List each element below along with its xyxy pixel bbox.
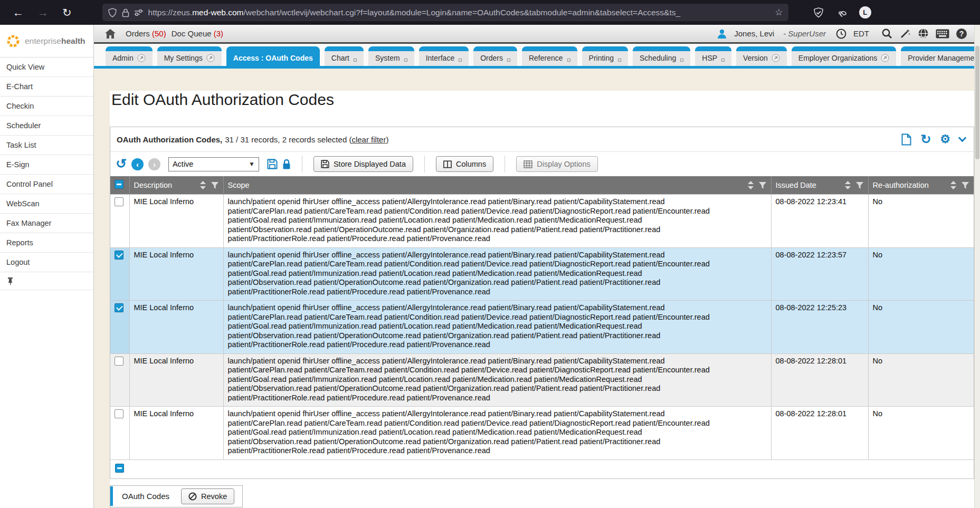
tab-employer-organizations[interactable]: Employer Organizations	[792, 46, 896, 66]
tab-reference[interactable]: Reference	[522, 46, 577, 66]
scrollbar-thumb[interactable]	[975, 46, 979, 159]
url-text[interactable]: https://zeus.med-web.com/webchart/wctlev…	[148, 8, 767, 17]
help-icon[interactable]: ?	[956, 28, 967, 39]
logo-sun-icon	[5, 33, 21, 49]
new-document-icon[interactable]	[901, 133, 911, 146]
scope-cell: launch/patient openid fhirUser offline_a…	[223, 353, 771, 407]
tab-scheduling[interactable]: Scheduling	[633, 46, 690, 66]
browser-forward-icon[interactable]: →	[37, 6, 49, 19]
row-checkbox-cell	[110, 353, 129, 407]
column-header-issued-date[interactable]: Issued Date	[771, 176, 868, 195]
lock-filter-icon[interactable]	[282, 159, 291, 170]
tab-interface[interactable]: Interface	[419, 46, 469, 66]
sidebar: enterprisehealth Quick View E-Chart Chec…	[0, 25, 94, 508]
permissions-icon[interactable]	[134, 9, 144, 16]
tab-my-settings[interactable]: My Settings	[157, 46, 222, 66]
table-row: MIE Local Inferno launch/patient openid …	[110, 301, 974, 354]
save-filter-icon[interactable]	[267, 159, 278, 169]
column-header-re-authorization[interactable]: Re-authorization	[868, 176, 974, 195]
sidebar-item-e-sign[interactable]: E-Sign	[0, 155, 93, 175]
tab-orders[interactable]: Orders	[473, 46, 517, 66]
row-checkbox-cell	[110, 301, 129, 354]
lock-icon[interactable]	[122, 8, 129, 17]
browser-reload-icon[interactable]: ↻	[62, 6, 72, 19]
tab-chart[interactable]: Chart	[325, 46, 364, 66]
filter-funnel-icon[interactable]	[211, 181, 219, 189]
search-icon[interactable]	[881, 28, 892, 39]
filter-funnel-icon[interactable]	[758, 181, 767, 189]
globe-icon[interactable]	[918, 28, 929, 39]
sidebar-item-quick-view[interactable]: Quick View	[0, 57, 93, 77]
tracking-shield-icon[interactable]	[108, 8, 117, 17]
column-header-description[interactable]: Description	[129, 176, 223, 195]
oauth-codes-tab[interactable]: OAuth Codes	[110, 486, 178, 506]
keyboard-icon[interactable]	[936, 29, 949, 39]
column-header-scope[interactable]: Scope	[223, 176, 771, 195]
wrench-icon[interactable]	[836, 7, 848, 18]
row-checkbox[interactable]	[115, 303, 123, 312]
undo-icon[interactable]: ↺	[116, 158, 127, 169]
sort-icon[interactable]	[200, 181, 206, 189]
tab-system[interactable]: System	[368, 46, 414, 66]
user-name[interactable]: Jones, Levi	[734, 29, 774, 38]
sort-icon[interactable]	[748, 181, 754, 189]
sort-icon[interactable]	[845, 181, 851, 189]
sidebar-pin-toggle[interactable]	[0, 272, 93, 290]
row-checkbox[interactable]	[115, 197, 123, 206]
sidebar-item-webscan[interactable]: WebScan	[0, 194, 93, 214]
columns-button[interactable]: Columns	[436, 156, 493, 172]
revoke-button[interactable]: Revoke	[181, 488, 234, 504]
sidebar-item-fax-manager[interactable]: Fax Manager	[0, 214, 93, 233]
browser-back-icon[interactable]: ←	[13, 6, 24, 19]
tab-version[interactable]: Version	[736, 46, 787, 66]
url-bar[interactable]: https://zeus.med-web.com/webchart/wctlev…	[102, 4, 788, 21]
sidebar-item-e-chart[interactable]: E-Chart	[0, 77, 93, 97]
extension-avatar-icon[interactable]: L	[859, 6, 871, 18]
store-displayed-data-button[interactable]: Store Displayed Data	[313, 156, 413, 172]
sidebar-item-reports[interactable]: Reports	[0, 233, 93, 253]
select-all-footer-checkbox[interactable]	[115, 464, 124, 473]
doc-queue-count: (3)	[214, 29, 223, 38]
tab-printing[interactable]: Printing	[582, 46, 628, 66]
tab-admin[interactable]: Admin	[106, 46, 153, 66]
sidebar-item-checkin[interactable]: Checkin	[0, 97, 93, 116]
filter-funnel-icon[interactable]	[961, 181, 969, 189]
filter-select[interactable]: Active▼	[168, 157, 259, 171]
doc-queue-link[interactable]: Doc Queue (3)	[172, 29, 223, 38]
clear-filter-link[interactable]: clear filter	[351, 135, 386, 144]
tab-provider-management[interactable]: Provider Management	[901, 46, 974, 66]
sidebar-item-logout[interactable]: Logout	[0, 253, 93, 272]
tab-access-oauth-codes[interactable]: Access : OAuth Codes	[226, 46, 320, 66]
row-checkbox[interactable]	[115, 357, 123, 366]
bookmark-star-icon[interactable]: ☆	[775, 7, 783, 18]
tab-hsp[interactable]: HSP	[695, 46, 731, 66]
collapse-chevron-icon[interactable]	[958, 134, 967, 142]
sidebar-item-control-panel[interactable]: Control Panel	[0, 175, 93, 194]
select-all-checkbox[interactable]	[115, 180, 123, 189]
logo-text-bold: health	[61, 36, 85, 45]
orders-link[interactable]: Orders (50)	[126, 29, 166, 38]
sidebar-item-task-list[interactable]: Task List	[0, 136, 93, 155]
sidebar-item-scheduler[interactable]: Scheduler	[0, 116, 93, 136]
scope-cell: launch/patient openid fhirUser offline_a…	[223, 301, 771, 354]
popout-icon	[721, 59, 725, 62]
filter-funnel-icon[interactable]	[855, 181, 864, 189]
extension-shield-check-icon[interactable]	[813, 7, 824, 18]
popout-icon	[680, 59, 683, 62]
next-page-icon[interactable]: ›	[148, 158, 160, 170]
vertical-scrollbar[interactable]	[974, 25, 980, 508]
pushpin-icon	[7, 277, 14, 285]
home-icon[interactable]	[104, 28, 116, 39]
orders-count: (50)	[152, 29, 166, 38]
row-checkbox[interactable]	[115, 409, 123, 418]
sort-icon[interactable]	[950, 181, 956, 189]
user-role: - SuperUser	[783, 29, 826, 38]
gear-icon[interactable]: ⚙	[940, 132, 950, 146]
clock-icon	[836, 28, 846, 39]
refresh-icon[interactable]: ↻	[920, 132, 931, 147]
display-options-button[interactable]: Display Options	[516, 156, 598, 172]
prev-page-icon[interactable]: ‹	[131, 158, 144, 170]
magic-wand-icon[interactable]	[899, 28, 911, 40]
row-checkbox[interactable]	[115, 251, 123, 260]
scope-cell: launch/patient openid fhirUser offline_a…	[223, 247, 771, 301]
